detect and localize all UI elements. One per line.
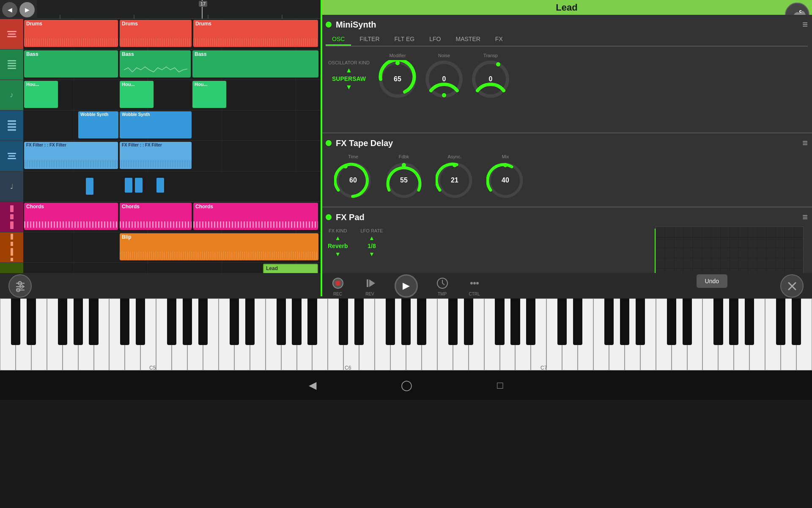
fx-pad-cell-43[interactable]: [757, 248, 766, 258]
drums-block-1[interactable]: Drums: [24, 20, 118, 47]
track-label-fx[interactable]: [0, 141, 23, 171]
timeline[interactable]: 17: [37, 0, 321, 19]
time-knob[interactable]: 60: [334, 161, 372, 199]
house-block-2[interactable]: Hou...: [120, 81, 154, 108]
black-key-0-5[interactable]: [74, 298, 83, 345]
black-key-3-2[interactable]: [354, 298, 364, 345]
black-key-6-5[interactable]: [729, 298, 738, 345]
fx-pad-cell-25[interactable]: [739, 237, 748, 248]
fx-pad-cell-5[interactable]: [702, 227, 711, 237]
chords-block-2[interactable]: Chords: [120, 203, 192, 230]
close-button[interactable]: [780, 274, 804, 298]
fx-pad-cell-47[interactable]: [794, 248, 803, 258]
recent-nav-button[interactable]: □: [497, 379, 503, 391]
black-key-5-5[interactable]: [620, 298, 629, 345]
fx-pad-cell-42[interactable]: [748, 248, 757, 258]
fx-pad-cell-28[interactable]: [767, 237, 776, 248]
lfo-rate-up[interactable]: ▲: [369, 235, 375, 241]
black-key-6-4[interactable]: [713, 298, 723, 345]
chords-block-3[interactable]: Chords: [193, 203, 318, 230]
black-key-0-4[interactable]: [58, 298, 67, 345]
black-key-2-4[interactable]: [277, 298, 286, 345]
black-key-6-6[interactable]: [745, 298, 754, 345]
fx-pad-cell-51[interactable]: [683, 258, 692, 268]
fx-pad-cell-30[interactable]: [785, 237, 794, 248]
fx-pad-cell-54[interactable]: [711, 258, 720, 268]
black-key-4-2[interactable]: [464, 298, 473, 345]
fx-pad-cell-36[interactable]: [693, 248, 702, 258]
minisynth-menu-icon[interactable]: ≡: [802, 19, 808, 30]
blip-block-1[interactable]: Blip: [120, 233, 318, 260]
note-1[interactable]: [86, 178, 93, 195]
tmp-button[interactable]: TMP: [435, 276, 450, 296]
fx-pad-cell-12[interactable]: [767, 227, 776, 237]
black-key-2-5[interactable]: [292, 298, 301, 345]
fx-pad-cell-13[interactable]: [776, 227, 785, 237]
fx-pad-cell-16[interactable]: [656, 237, 665, 248]
wobble-block-2[interactable]: Wobble Synth: [120, 111, 192, 138]
fx-kind-up[interactable]: ▲: [335, 235, 341, 241]
mix-knob[interactable]: 40: [486, 161, 524, 199]
drums-block-3[interactable]: Drums: [193, 20, 318, 47]
track-label-drums[interactable]: [0, 19, 23, 49]
fx-pad-cell-63[interactable]: [794, 258, 803, 268]
fx-pad-status-dot[interactable]: [326, 214, 332, 220]
back-nav-button[interactable]: ◀: [309, 379, 316, 391]
fx-pad-cell-55[interactable]: [721, 258, 730, 268]
fx-pad-cell-45[interactable]: [776, 248, 785, 258]
fx-pad-cell-3[interactable]: [683, 227, 692, 237]
bass-block-1[interactable]: Bass: [24, 50, 118, 77]
fx-pad-cell-62[interactable]: [785, 258, 794, 268]
black-key-4-5[interactable]: [510, 298, 520, 345]
async-knob[interactable]: 21: [436, 161, 474, 199]
fx-pad-cell-60[interactable]: [767, 258, 776, 268]
fx-pad-cell-19[interactable]: [683, 237, 692, 248]
track-label-chords[interactable]: [0, 202, 23, 232]
fx-pad-cell-24[interactable]: [730, 237, 739, 248]
house-block-1[interactable]: Hou...: [24, 81, 58, 108]
tab-filter[interactable]: FILTER: [353, 33, 386, 46]
black-key-3-5[interactable]: [401, 298, 411, 345]
fx-pad-cell-20[interactable]: [693, 237, 702, 248]
fx-pad-cell-14[interactable]: [785, 227, 794, 237]
fx-pad-cell-33[interactable]: [665, 248, 674, 258]
tab-flt-eg[interactable]: FLT EG: [388, 33, 421, 46]
track-label-wobble[interactable]: [0, 110, 23, 141]
fx-kind-down[interactable]: ▼: [335, 251, 341, 257]
fx-pad-cell-52[interactable]: [693, 258, 702, 268]
minisynth-status-dot[interactable]: [326, 22, 332, 28]
bass-block-2[interactable]: Bass: [120, 50, 191, 77]
black-key-2-6[interactable]: [307, 298, 317, 345]
undo-button[interactable]: Undo: [697, 274, 727, 288]
fx-tape-status-dot[interactable]: [326, 140, 332, 146]
track-label-blip[interactable]: [0, 232, 23, 262]
track-label-house[interactable]: ♪: [0, 80, 23, 110]
black-key-1-1[interactable]: [120, 298, 129, 345]
fx-pad-cell-22[interactable]: [711, 237, 720, 248]
fx-pad-cell-10[interactable]: [748, 227, 757, 237]
rec-button[interactable]: REC: [330, 276, 346, 296]
black-key-6-1[interactable]: [667, 298, 676, 345]
note-4[interactable]: [156, 178, 164, 193]
black-key-7-2[interactable]: [792, 298, 801, 345]
fx-pad-cell-39[interactable]: [721, 248, 730, 258]
back-button[interactable]: ◀: [2, 2, 17, 17]
fx-pad-cell-0[interactable]: [656, 227, 665, 237]
track-content-notes[interactable]: [23, 171, 321, 202]
fx-pad-cell-29[interactable]: [776, 237, 785, 248]
fx-pad-cell-50[interactable]: [675, 258, 683, 268]
black-key-4-1[interactable]: [448, 298, 458, 345]
track-content-fx[interactable]: FX Filter : : FX Filter FX Filter : : FX…: [23, 141, 321, 171]
track-label-notes[interactable]: ♩: [0, 171, 23, 202]
track-content-chords[interactable]: Chords Chords Chords: [23, 202, 321, 232]
fx-pad-cell-32[interactable]: [656, 248, 665, 258]
black-key-5-1[interactable]: [557, 298, 567, 345]
fx-pad-cell-8[interactable]: [730, 227, 739, 237]
fdbk-knob[interactable]: 55: [385, 161, 423, 199]
track-content-blip[interactable]: Blip: [23, 232, 321, 262]
tab-lfo[interactable]: LFO: [423, 33, 447, 46]
rev-button[interactable]: REV: [362, 276, 378, 296]
fx-pad-cell-49[interactable]: [665, 258, 674, 268]
fx-pad-cell-11[interactable]: [757, 227, 766, 237]
black-key-3-1[interactable]: [339, 298, 348, 345]
